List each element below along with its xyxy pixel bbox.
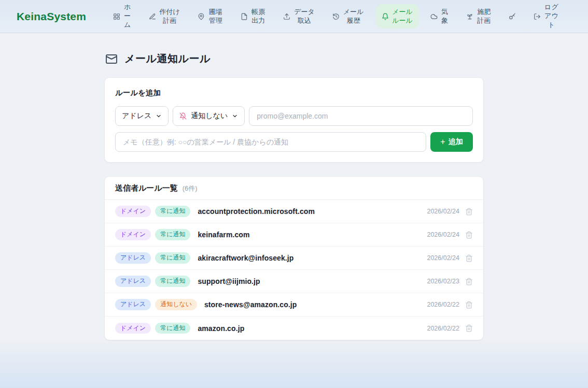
- rule-action-badge: 通知しない: [155, 299, 197, 310]
- top-navbar: KeinaSystem ホーム 作付け計画 圃場管理 帳票出力 データ取込 メー…: [0, 0, 588, 33]
- nav-item-data-import[interactable]: データ取込: [278, 4, 320, 29]
- nav-label-data-import: データ取込: [293, 8, 315, 25]
- rule-action-badge: 常に通知: [155, 276, 190, 287]
- rules-list-body: ドメイン 常に通知 accountprotection.microsoft.co…: [105, 200, 483, 340]
- nav-item-home[interactable]: ホーム: [108, 0, 136, 33]
- trash-icon: [465, 254, 473, 262]
- rule-type-badge: ドメイン: [115, 323, 151, 334]
- rule-type-value: アドレス: [122, 111, 151, 121]
- dashboard-icon: [113, 13, 120, 20]
- rule-action-badge: 常に通知: [155, 252, 190, 264]
- cloud-icon: [430, 13, 438, 20]
- rule-type-badge: ドメイン: [115, 206, 151, 217]
- rule-target-input[interactable]: [249, 106, 473, 126]
- main-nav: ホーム 作付け計画 圃場管理 帳票出力 データ取込 メール履歴 メールルール 気…: [108, 0, 564, 33]
- nav-item-mail-rules[interactable]: メールルール: [376, 4, 418, 29]
- rule-action-badge: 常に通知: [155, 206, 190, 217]
- history-icon: [332, 13, 340, 20]
- logout-icon: [534, 13, 541, 20]
- rule-row: ドメイン 常に通知 accountprotection.microsoft.co…: [105, 200, 483, 223]
- rules-list-header: 送信者ルール一覧 (6件): [105, 177, 483, 200]
- rules-list-card: 送信者ルール一覧 (6件) ドメイン 常に通知 accountprotectio…: [104, 176, 484, 340]
- nav-item-weather[interactable]: 気象: [425, 4, 454, 29]
- rule-date: 2026/02/24: [427, 208, 459, 215]
- nav-label-planting-plan: 作付け計画: [159, 8, 180, 25]
- rules-count: (6件): [183, 184, 198, 193]
- mail-icon: [105, 53, 118, 65]
- sprout-icon: [466, 13, 473, 20]
- rule-action-badge: 常に通知: [155, 323, 190, 334]
- rule-action-badge: 常に通知: [155, 229, 190, 240]
- rule-row: アドレス 常に通知 akiracraftwork@infoseek.jp 202…: [105, 247, 483, 270]
- add-rule-card: ルールを追加 アドレス 通知しない +: [104, 77, 484, 163]
- rule-date: 2026/02/23: [427, 278, 459, 285]
- nav-item-report-output[interactable]: 帳票出力: [235, 4, 271, 29]
- add-rule-row-2: + 追加: [115, 132, 473, 152]
- nav-item-fertilization-plan[interactable]: 施肥計画: [461, 4, 497, 29]
- add-rule-title: ルールを追加: [115, 88, 473, 98]
- rules-list-title: 送信者ルール一覧: [115, 183, 178, 193]
- page-title: メール通知ルール: [124, 52, 211, 66]
- nav-item-field-management[interactable]: 圃場管理: [192, 4, 228, 29]
- main-content: メール通知ルール ルールを追加 アドレス 通知しない: [104, 33, 484, 340]
- nav-item-mail-history[interactable]: メール履歴: [327, 4, 369, 29]
- rule-date: 2026/02/22: [427, 325, 459, 332]
- chevron-down-icon: [232, 113, 238, 119]
- rule-date: 2026/02/24: [427, 231, 459, 238]
- pencil-icon: [149, 13, 156, 20]
- chevron-down-icon: [156, 113, 162, 119]
- rule-value: support@iijmio.jp: [198, 277, 260, 285]
- bell-icon: [382, 13, 389, 20]
- add-rule-row-1: アドレス 通知しない: [115, 106, 473, 126]
- delete-rule-button[interactable]: [465, 278, 473, 285]
- rule-value: keinafarm.com: [198, 231, 249, 239]
- rule-type-badge: アドレス: [115, 276, 151, 287]
- nav-label-mail-history: メール履歴: [343, 8, 364, 25]
- rule-value: store-news@amazon.co.jp: [204, 300, 297, 309]
- rule-value: akiracraftwork@infoseek.jp: [198, 254, 293, 262]
- document-icon: [241, 13, 248, 20]
- trash-icon: [465, 231, 473, 239]
- page-header: メール通知ルール: [105, 52, 484, 66]
- add-rule-button[interactable]: + 追加: [430, 132, 473, 152]
- nav-label-weather: 気象: [441, 8, 449, 25]
- trash-icon: [465, 324, 473, 332]
- rule-type-badge: ドメイン: [115, 229, 151, 240]
- rule-row: アドレス 通知しない store-news@amazon.co.jp 2026/…: [105, 293, 483, 317]
- nav-label-mail-rules: メールルール: [392, 8, 413, 25]
- delete-rule-button[interactable]: [465, 324, 473, 332]
- rule-type-badge: アドレス: [115, 299, 151, 310]
- nav-label-home: ホーム: [123, 3, 131, 30]
- bell-off-icon: [179, 112, 187, 120]
- rule-value: amazon.co.jp: [198, 324, 244, 333]
- rule-action-value: 通知しない: [191, 111, 228, 121]
- nav-label-field-management: 圃場管理: [208, 8, 223, 25]
- rule-value: accountprotection.microsoft.com: [198, 207, 315, 215]
- rule-row: ドメイン 常に通知 keinafarm.com 2026/02/24: [105, 223, 483, 247]
- rule-date: 2026/02/24: [427, 254, 459, 262]
- plus-icon: +: [440, 138, 445, 146]
- rule-action-select[interactable]: 通知しない: [173, 106, 245, 126]
- rule-type-select[interactable]: アドレス: [115, 106, 169, 126]
- trash-icon: [465, 278, 473, 285]
- delete-rule-button[interactable]: [465, 208, 473, 215]
- delete-rule-button[interactable]: [465, 301, 473, 309]
- brand-logo[interactable]: KeinaSystem: [17, 10, 86, 23]
- rule-type-badge: アドレス: [115, 252, 151, 264]
- delete-rule-button[interactable]: [465, 254, 473, 262]
- upload-icon: [283, 13, 290, 20]
- nav-item-planting-plan[interactable]: 作付け計画: [144, 4, 186, 29]
- trash-icon: [465, 208, 473, 215]
- map-pin-icon: [198, 13, 205, 20]
- nav-label-logout: ログアウト: [544, 3, 559, 30]
- nav-item-logout[interactable]: ログアウト: [528, 0, 564, 33]
- delete-rule-button[interactable]: [465, 231, 473, 239]
- nav-item-key[interactable]: [503, 9, 521, 24]
- rule-row: アドレス 常に通知 support@iijmio.jp 2026/02/23: [105, 270, 483, 293]
- rule-memo-input[interactable]: [115, 132, 426, 152]
- rule-date: 2026/02/22: [427, 301, 459, 308]
- rule-row: ドメイン 常に通知 amazon.co.jp 2026/02/22: [105, 317, 483, 340]
- nav-label-fertilization-plan: 施肥計画: [477, 8, 492, 25]
- trash-icon: [465, 301, 473, 309]
- key-icon: [509, 13, 516, 20]
